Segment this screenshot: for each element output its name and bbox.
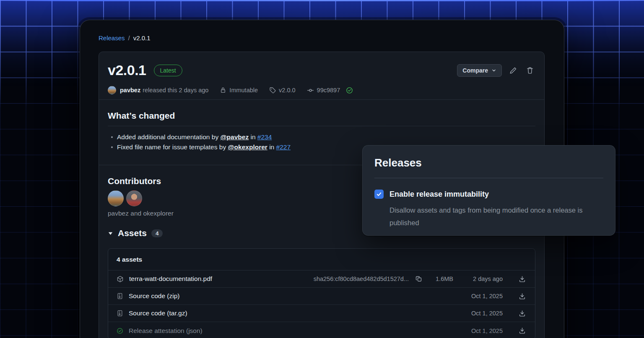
verified-icon: [117, 328, 123, 334]
whats-changed-heading: What’s changed: [108, 111, 535, 126]
package-icon: [117, 276, 124, 283]
compare-button[interactable]: Compare: [457, 64, 502, 77]
breadcrumb-current: v2.0.1: [133, 34, 151, 42]
release-header: v2.0.1 Latest Compare: [108, 62, 535, 78]
release-title: v2.0.1: [108, 62, 146, 78]
asset-date: Oct 1, 2025: [453, 328, 503, 334]
changelog-text: in: [267, 143, 276, 151]
asset-date: Oct 1, 2025: [453, 293, 503, 299]
breadcrumb-releases-link[interactable]: Releases: [99, 34, 125, 42]
asset-row: terra-watt-documentation.pdf sha256:cf80…: [108, 270, 535, 288]
commit-icon: [307, 87, 314, 94]
verified-icon[interactable]: [346, 87, 353, 94]
asset-sha: sha256:cf80cd8aed482d5d1527d...: [314, 276, 409, 282]
immutable-indicator: Immutable: [220, 87, 258, 94]
asset-date: 2 days ago: [453, 276, 503, 282]
immutability-checkbox[interactable]: [374, 190, 384, 199]
breadcrumb: Releases / v2.0.1: [99, 34, 151, 42]
assets-count-badge: 4: [151, 229, 163, 237]
avatar[interactable]: [126, 190, 142, 206]
asset-row: Source code (tar.gz) Oct 1, 2025: [108, 305, 535, 322]
release-meta: pavbez released this 2 days ago Immutabl…: [108, 86, 535, 94]
copy-sha-button[interactable]: [415, 275, 423, 283]
edit-release-button[interactable]: [508, 65, 519, 76]
changelog-text: in: [249, 133, 257, 140]
released-text: released this 2 days ago: [143, 87, 208, 94]
avatar[interactable]: [108, 190, 124, 206]
lock-icon: [220, 87, 226, 94]
asset-row: Source code (zip) Oct 1, 2025: [108, 288, 535, 305]
header-divider: [99, 99, 544, 100]
pr-link[interactable]: #234: [257, 133, 272, 140]
chevron-down-icon: [491, 68, 496, 73]
download-button[interactable]: [518, 292, 527, 301]
author-avatar[interactable]: [108, 86, 116, 94]
changelog-text: Fixed file name for issue templates by: [117, 143, 228, 151]
check-icon: [376, 191, 382, 197]
asset-name-link[interactable]: Release attestation (json): [129, 327, 203, 335]
assets-heading: Assets: [118, 228, 147, 238]
breadcrumb-separator: /: [128, 34, 130, 42]
tag-indicator[interactable]: v2.0.0: [269, 87, 296, 94]
immutability-description: Disallow assets and tags from being modi…: [390, 204, 606, 229]
commit-sha: 99c9897: [317, 87, 340, 94]
download-button[interactable]: [518, 275, 527, 283]
asset-row: Release attestation (json) Oct 1, 2025: [108, 322, 535, 338]
asset-name-link[interactable]: Source code (tar.gz): [129, 309, 187, 317]
download-icon: [519, 293, 526, 300]
copy-icon: [415, 276, 422, 282]
file-zip-icon: [117, 293, 123, 299]
asset-name-link[interactable]: terra-watt-documentation.pdf: [129, 275, 212, 283]
immutable-label: Immutable: [229, 87, 258, 94]
asset-date: Oct 1, 2025: [453, 310, 503, 317]
asset-name-link[interactable]: Source code (zip): [129, 292, 179, 300]
pencil-icon: [509, 67, 517, 74]
user-link[interactable]: @pavbez: [220, 133, 249, 140]
download-button[interactable]: [518, 309, 527, 318]
download-button[interactable]: [518, 326, 527, 335]
pr-link[interactable]: #227: [276, 143, 291, 151]
file-zip-icon: [117, 310, 123, 317]
panel-divider: [374, 178, 603, 178]
download-icon: [519, 327, 526, 334]
assets-table: 4 assets terra-watt-documentation.pdf sh…: [108, 248, 535, 338]
commit-indicator[interactable]: 99c9897: [307, 87, 353, 94]
assets-table-header: 4 assets: [108, 249, 535, 270]
download-icon: [519, 310, 526, 317]
trash-icon: [526, 67, 534, 74]
delete-release-button[interactable]: [525, 65, 535, 76]
tag-icon: [269, 87, 276, 94]
user-link[interactable]: @okexplorer: [228, 143, 267, 151]
panel-heading: Releases: [374, 156, 603, 169]
immutability-checkbox-label[interactable]: Enable release immutability: [390, 190, 489, 199]
latest-badge: Latest: [154, 65, 182, 76]
triangle-down-icon: [108, 231, 113, 236]
releases-settings-panel: Releases Enable release immutability Dis…: [362, 145, 615, 236]
changelog-item: Added additional documentation by @pavbe…: [108, 132, 535, 142]
author-name[interactable]: pavbez: [120, 87, 140, 94]
asset-size: 1.6MB: [423, 276, 453, 282]
changelog-text: Added additional documentation by: [117, 133, 220, 140]
top-glow-line: [0, 0, 644, 1]
download-icon: [519, 276, 526, 283]
compare-button-label: Compare: [462, 67, 488, 74]
tag-label: v2.0.0: [279, 87, 296, 94]
